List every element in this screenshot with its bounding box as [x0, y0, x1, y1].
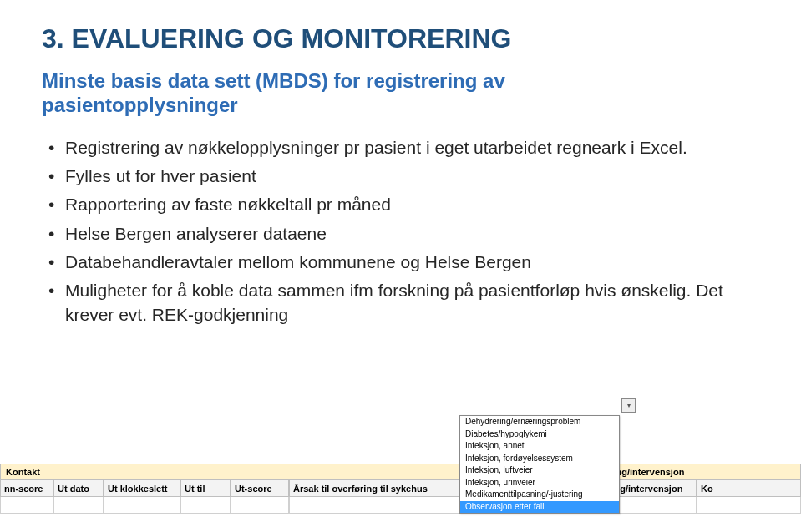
list-item: Helse Bergen analyserer dataene	[45, 222, 759, 246]
subtitle-line-1: Minste basis data sett (MBDS) for regist…	[42, 69, 505, 92]
page-subtitle: Minste basis data sett (MBDS) for regist…	[42, 69, 759, 118]
col-nn-score[interactable]: nn-score	[0, 480, 53, 497]
cell[interactable]	[180, 497, 231, 514]
cell[interactable]	[104, 497, 180, 514]
cell[interactable]	[53, 497, 104, 514]
cell[interactable]	[697, 497, 801, 514]
dropdown-option[interactable]: Infeksjon, urinveier	[460, 477, 619, 489]
list-item: Muligheter for å koble data sammen ifm f…	[45, 279, 759, 327]
cell[interactable]	[231, 497, 289, 514]
col-partial[interactable]: Ko	[697, 480, 801, 497]
subtitle-line-2: pasientopplysninger	[42, 94, 238, 116]
list-item: Registrering av nøkkelopplysninger pr pa…	[45, 136, 759, 160]
dropdown-option[interactable]: Diabetes/hypoglykemi	[460, 428, 619, 441]
dropdown-arrow-icon[interactable]: ▾	[621, 398, 636, 413]
col-arsak[interactable]: Årsak til overføring til sykehus	[289, 480, 459, 497]
dropdown-option[interactable]: Infeksjon, annet	[460, 440, 619, 453]
dropdown-option[interactable]: Dehydrering/ernæringsproblem	[460, 416, 619, 428]
list-item: Fylles ut for hver pasient	[45, 165, 759, 188]
cell[interactable]	[289, 497, 459, 514]
col-ut-dato[interactable]: Ut dato	[53, 480, 104, 497]
cell[interactable]	[0, 497, 53, 514]
dropdown-option[interactable]: Medikamenttilpasning/-justering	[460, 489, 619, 501]
dropdown: ▾ Dehydrering/ernæringsproblem Diabetes/…	[459, 415, 620, 514]
group-header-row: Kontakt Helseproblem Behandling/interven…	[0, 464, 801, 480]
col-ut-klokkeslett[interactable]: Ut klokkeslett	[104, 480, 180, 497]
col-ut-til[interactable]: Ut til	[180, 480, 231, 497]
list-item: Databehandleravtaler mellom kommunene og…	[45, 251, 759, 274]
dropdown-option[interactable]: Infeksjon, fordøyelsessystem	[460, 453, 619, 465]
spreadsheet-snippet: Kontakt Helseproblem Behandling/interven…	[0, 464, 801, 514]
dropdown-option-selected[interactable]: Observasjon etter fall	[460, 501, 619, 514]
page-title: 3. EVALUERING OG MONITORERING	[42, 23, 759, 54]
table-row	[0, 497, 801, 514]
col-ut-score[interactable]: Ut-score	[231, 480, 289, 497]
list-item: Rapportering av faste nøkkeltall pr måne…	[45, 193, 759, 216]
dropdown-listbox[interactable]: Dehydrering/ernæringsproblem Diabetes/hy…	[459, 415, 620, 514]
column-header-row: nn-score Ut dato Ut klokkeslett Ut til U…	[0, 480, 801, 497]
bullet-list: Registrering av nøkkelopplysninger pr pa…	[42, 136, 759, 327]
group-kontakt: Kontakt	[0, 464, 459, 480]
dropdown-option[interactable]: Infeksjon, luftveier	[460, 464, 619, 477]
